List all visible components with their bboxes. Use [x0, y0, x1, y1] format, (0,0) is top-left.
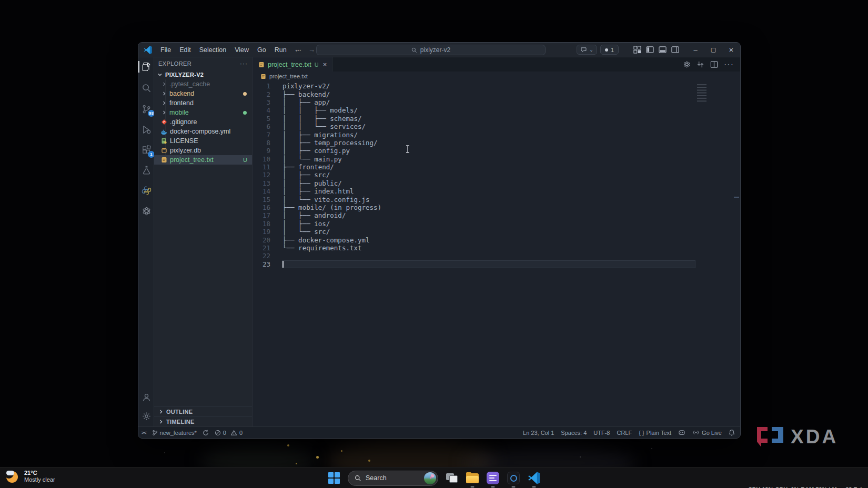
explorer-more-actions[interactable]: ···: [240, 60, 248, 67]
weather-temp: 21°C: [24, 470, 55, 476]
search-view-icon[interactable]: [140, 82, 153, 94]
minimap[interactable]: [697, 84, 706, 103]
tree-item-pytest-cache[interactable]: .pytest_cache: [154, 79, 252, 89]
tree-item-backend[interactable]: backend: [154, 89, 252, 98]
source-control-icon[interactable]: 93: [140, 103, 153, 115]
compare-changes-icon[interactable]: [697, 60, 704, 68]
code-line[interactable]: 10│ └── main.py: [253, 155, 740, 163]
code-line[interactable]: 22: [253, 252, 740, 260]
purple-app-button[interactable]: [486, 471, 500, 485]
copilot-status[interactable]: [678, 430, 685, 436]
code-line[interactable]: 20├── docker-compose.yml: [253, 236, 740, 243]
language-mode[interactable]: { } Plain Text: [639, 430, 671, 436]
notifications-bell[interactable]: [729, 429, 735, 436]
code-line[interactable]: 12│ ├── src/: [253, 171, 740, 179]
extensions-icon[interactable]: 1: [140, 144, 153, 156]
go-live-button[interactable]: Go Live: [692, 430, 722, 436]
timeline-section[interactable]: TIMELINE: [154, 416, 252, 426]
text-file-icon: [258, 61, 265, 68]
code-line[interactable]: 11├── frontend/: [253, 163, 740, 171]
indentation-setting[interactable]: Spaces: 4: [561, 430, 587, 436]
tree-item-docker-compose[interactable]: docker-compose.yml: [154, 127, 252, 136]
remote-indicator[interactable]: ><: [142, 430, 146, 435]
menu-view[interactable]: View: [231, 45, 253, 55]
code-editor[interactable]: 1pixlyzer-v2/ 2├── backend/ 3│ ├── app/ …: [253, 81, 740, 426]
item-label: frontend: [169, 99, 194, 107]
breadcrumb[interactable]: project_tree.txt: [253, 72, 740, 81]
menu-selection[interactable]: Selection: [196, 45, 230, 55]
run-debug-icon[interactable]: [140, 123, 153, 136]
tree-item-mobile[interactable]: mobile: [154, 108, 252, 117]
encoding-setting[interactable]: UTF-8: [593, 430, 610, 436]
testing-icon[interactable]: [140, 164, 153, 176]
outline-section[interactable]: OUTLINE: [154, 406, 252, 416]
tree-root-pixlyzer-v2[interactable]: PIXLYZER-V2: [154, 70, 252, 79]
close-button[interactable]: ×: [722, 43, 740, 57]
tab-close-icon[interactable]: ×: [323, 60, 327, 68]
explorer-icon[interactable]: [140, 60, 153, 73]
git-branch-status[interactable]: new_features*: [152, 430, 197, 436]
command-center-search[interactable]: pixlyzer-v2: [316, 45, 546, 55]
python-icon[interactable]: [140, 184, 153, 197]
accounts-icon[interactable]: [140, 391, 153, 403]
code-line[interactable]: 9│ ├── config.py: [253, 147, 740, 155]
code-line[interactable]: 2├── backend/: [253, 90, 740, 98]
eol-setting[interactable]: CRLF: [617, 430, 632, 436]
openai-action-icon[interactable]: [683, 60, 691, 68]
code-line[interactable]: 5│ │ ├── schemas/: [253, 115, 740, 123]
weather-widget[interactable]: 21°C Mostly clear: [5, 469, 55, 484]
code-line[interactable]: 15│ └── vite.config.js: [253, 195, 740, 203]
vscode-taskbar-button[interactable]: [527, 471, 541, 485]
problems-status[interactable]: 0 0: [215, 430, 243, 436]
start-button[interactable]: [327, 471, 341, 485]
code-line[interactable]: 14│ ├── index.html: [253, 187, 740, 195]
menu-run[interactable]: Run: [271, 45, 290, 55]
code-line[interactable]: 1pixlyzer-v2/: [253, 82, 740, 90]
chevron-right-icon: [162, 82, 167, 87]
code-line[interactable]: 7│ ├── migrations/: [253, 130, 740, 138]
more-actions-icon[interactable]: ···: [724, 60, 734, 69]
menu-edit[interactable]: Edit: [176, 45, 195, 55]
wallpaper-speck: [164, 452, 165, 453]
toggle-panel-icon[interactable]: [659, 46, 667, 54]
split-editor-icon[interactable]: [710, 60, 718, 68]
code-line-current[interactable]: 23: [253, 260, 740, 268]
forward-arrow-icon[interactable]: →: [308, 46, 315, 54]
settings-gear-icon[interactable]: [140, 410, 153, 422]
toggle-sidebar-icon[interactable]: [646, 46, 654, 54]
code-line[interactable]: 21└── requirements.txt: [253, 244, 740, 252]
file-explorer-button[interactable]: [466, 471, 479, 485]
cursor-position[interactable]: Ln 23, Col 1: [523, 430, 554, 436]
tree-item-gitignore[interactable]: .gitignore: [154, 117, 252, 127]
code-line[interactable]: 8│ ├── temp_processing/: [253, 139, 740, 147]
code-line[interactable]: 4│ │ ├── models/: [253, 106, 740, 114]
copilot-menu[interactable]: ⌄: [577, 45, 597, 55]
system-stats-tray[interactable]: CPU 13% GPU 0% RAM 59% | Mon 23 Feb ↓ 0.…: [748, 470, 864, 488]
back-arrow-icon[interactable]: ←: [294, 46, 301, 54]
code-line[interactable]: 16├── mobile/ (in progress): [253, 204, 740, 211]
code-line[interactable]: 17│ ├── android/: [253, 211, 740, 219]
code-line[interactable]: 6│ │ └── services/: [253, 123, 740, 130]
customize-layout-icon[interactable]: [633, 46, 641, 54]
openai-icon[interactable]: [140, 205, 153, 217]
tree-item-frontend[interactable]: frontend: [154, 98, 252, 108]
code-line[interactable]: 19│ └── src/: [253, 228, 740, 236]
task-view-button[interactable]: [445, 471, 459, 485]
database-file-icon: [160, 147, 167, 154]
toggle-secondary-sidebar-icon[interactable]: [671, 46, 679, 54]
sync-changes[interactable]: [203, 430, 209, 436]
menu-go[interactable]: Go: [254, 45, 270, 55]
notification-count-pill[interactable]: 1: [600, 45, 619, 55]
dark-app-button[interactable]: [507, 471, 520, 485]
menu-file[interactable]: File: [157, 45, 175, 55]
tab-project-tree-txt[interactable]: project_tree.txt U ×: [253, 57, 332, 72]
code-line[interactable]: 3│ ├── app/: [253, 98, 740, 106]
tree-item-pixlyzer-db[interactable]: pixlyzer.db: [154, 146, 252, 155]
minimize-button[interactable]: –: [687, 43, 704, 57]
taskbar-search[interactable]: Search: [348, 471, 438, 486]
tree-item-license[interactable]: LICENSE: [154, 136, 252, 146]
code-line[interactable]: 13│ ├── public/: [253, 179, 740, 187]
maximize-button[interactable]: ▢: [704, 43, 722, 57]
tree-item-project-tree-txt[interactable]: project_tree.txt U: [154, 155, 252, 165]
code-line[interactable]: 18│ ├── ios/: [253, 220, 740, 228]
